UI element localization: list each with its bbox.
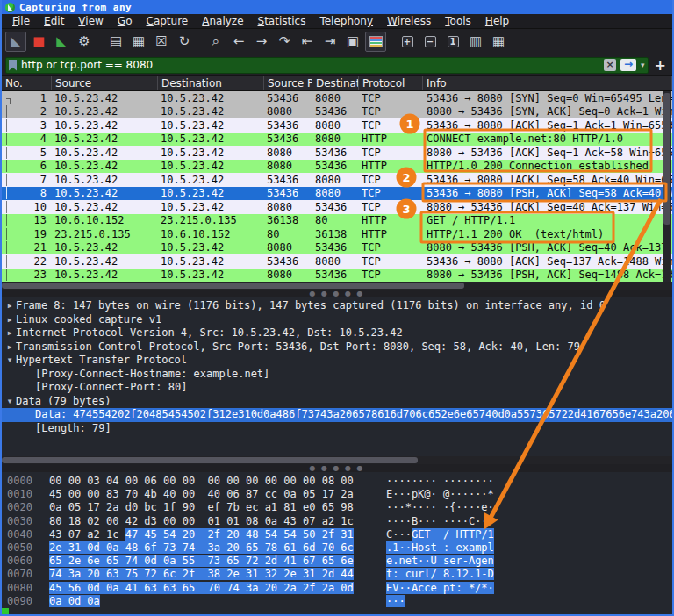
menu-capture[interactable]: Capture — [139, 14, 195, 28]
packet-row-8[interactable]: 810.5.23.4210.5.23.42534368080TCP53436 →… — [2, 187, 672, 201]
packet-row-7[interactable]: 710.5.23.4210.5.23.42534368080TCP53436 →… — [2, 173, 672, 187]
packet-row-4[interactable]: 410.5.23.4210.5.23.42534368080HTTPCONNEC… — [2, 133, 672, 147]
detail-line[interactable]: ▸Internet Protocol Version 4, Src: 10.5.… — [2, 326, 672, 340]
packet-row-21[interactable]: 2110.5.23.4210.5.23.42808053436TCP8080 →… — [2, 241, 672, 255]
zoom-out-button[interactable]: − — [419, 32, 441, 52]
hex-row-0030[interactable]: 003080 18 02 00 42 d3 00 00 01 01 08 0a … — [2, 515, 672, 528]
packet-row-6[interactable]: 610.5.23.4210.5.23.42808053436HTTPHTTP/1… — [2, 160, 672, 174]
hex-ascii: E···pK@· @······* — [386, 488, 494, 501]
packet-row-13[interactable]: 1310.6.10.15223.215.0.1353613880HTTPGET … — [2, 214, 672, 228]
menu-tools[interactable]: Tools — [438, 14, 478, 28]
display-filter-input[interactable]: http or tcp.port == 8080 × → ▾ — [5, 57, 649, 74]
hex-row-0060[interactable]: 006065 2e 6e 65 74 0d 0a 55 73 65 72 2d … — [2, 555, 672, 568]
hex-row-0020[interactable]: 00200a 05 17 2a d0 bc 1f 90 ef 7b ec a1 … — [2, 501, 672, 514]
expander-arrow[interactable]: ▾ — [4, 395, 16, 409]
go-first-packet-button[interactable]: ⇤ — [297, 32, 318, 52]
cell-source: 10.5.23.42 — [52, 133, 158, 145]
expander-arrow[interactable]: ▾ — [4, 354, 16, 368]
go-last-packet-button[interactable]: ⇥ — [319, 32, 341, 52]
menu-view[interactable]: View — [71, 14, 110, 28]
hex-bytes: 65 2e 6e 65 74 0d 0a 55 73 65 72 2d 41 6… — [49, 555, 358, 568]
expander-arrow[interactable]: ▸ — [4, 313, 16, 327]
detail-line[interactable]: ▸Frame 8: 147 bytes on wire (1176 bits),… — [2, 299, 672, 313]
start-capture-icon: ◣ — [11, 35, 21, 48]
reset-layout-button[interactable]: ▦ — [488, 32, 509, 52]
detail-line[interactable]: [Length: 79] — [2, 422, 672, 436]
packet-row-2[interactable]: 210.5.23.4210.5.23.42808053436TCP8080 → … — [2, 105, 672, 119]
capture-options-button[interactable]: ⚙ — [74, 32, 95, 52]
save-file-button[interactable]: ▦ — [128, 32, 149, 52]
zoom-100-button[interactable]: 1 — [442, 32, 463, 52]
menu-go[interactable]: Go — [111, 14, 140, 28]
apply-filter-button[interactable]: → — [620, 59, 636, 71]
menu-telephony[interactable]: Telephony — [312, 14, 380, 28]
detail-line[interactable]: ▾Hypertext Transfer Protocol — [2, 354, 672, 368]
resize-corner[interactable] — [2, 608, 9, 614]
packet-list-header[interactable]: No.SourceDestinationSource PoDestinatiPr… — [2, 76, 672, 91]
packet-row-3[interactable]: 310.5.23.4210.5.23.42534368080TCP53436 →… — [2, 118, 672, 133]
column-header-destinati[interactable]: Destinati — [312, 76, 359, 90]
packet-list-vertical-scrollbar[interactable] — [663, 91, 671, 282]
packet-row-22[interactable]: 2210.5.23.4210.5.23.42534368080TCP53436 … — [2, 254, 672, 269]
go-forward-button[interactable]: → — [251, 32, 272, 52]
colorize-packets-button[interactable] — [365, 32, 386, 52]
menu-edit[interactable]: Edit — [37, 14, 71, 28]
find-packet-button[interactable]: ⌕ — [205, 32, 226, 52]
start-capture-button[interactable]: ◣ — [5, 32, 26, 52]
open-file-button[interactable]: ▤ — [105, 32, 126, 52]
expander-arrow[interactable]: ▸ — [4, 299, 16, 313]
reload-file-icon: ↻ — [179, 35, 190, 48]
reload-file-button[interactable]: ↻ — [174, 32, 195, 52]
expander-arrow[interactable]: ▸ — [4, 326, 16, 340]
detail-line[interactable]: ▾Data (79 bytes) — [2, 395, 672, 409]
go-back-button[interactable]: ← — [228, 32, 249, 52]
packet-row-5[interactable]: 510.5.23.4210.5.23.42808053436TCP8080 → … — [2, 146, 672, 160]
filter-dropdown-icon[interactable]: ▾ — [641, 61, 645, 69]
packet-row-19[interactable]: 1923.215.0.13510.6.10.1528036138HTTPHTTP… — [2, 227, 672, 241]
stop-capture-button[interactable]: ■ — [28, 32, 49, 52]
hex-row-0010[interactable]: 001045 00 00 83 70 4b 40 00 40 06 87 cc … — [2, 488, 672, 501]
hex-row-0000[interactable]: 000000 00 03 04 00 06 00 00 00 00 00 00 … — [2, 475, 672, 488]
packet-row-1[interactable]: 110.5.23.4210.5.23.42534368080TCP53436 →… — [2, 91, 672, 105]
column-header-source[interactable]: Source — [52, 76, 158, 90]
detail-line[interactable]: ▸Linux cooked capture v1 — [2, 313, 672, 327]
packet-list-horizontal-scrollbar[interactable] — [2, 282, 672, 290]
menu-file[interactable]: File — [5, 14, 37, 28]
close-file-button[interactable]: ☒ — [151, 32, 172, 52]
hex-row-0070[interactable]: 007074 3a 20 63 75 72 6c 2f 38 2e 31 32 … — [2, 568, 672, 581]
add-filter-button[interactable]: + — [652, 57, 669, 74]
cell-info: 8080 → 53436 [PSH, ACK] Seq=1488 Ack=13 — [423, 269, 672, 281]
hex-row-0040[interactable]: 004043 07 a2 1c 47 45 54 20 2f 20 48 54 … — [2, 528, 672, 541]
detail-line[interactable]: Data: 474554202f20485454502f312e310d0a48… — [2, 408, 672, 422]
menu-help[interactable]: Help — [478, 14, 516, 28]
column-header-protocol[interactable]: Protocol — [359, 76, 423, 90]
hex-row-0050[interactable]: 00502e 31 0d 0a 48 6f 73 74 3a 20 65 78 … — [2, 541, 672, 555]
filter-bookmark-icon[interactable] — [9, 60, 17, 71]
clear-filter-button[interactable]: × — [604, 59, 616, 71]
packet-row-23[interactable]: 2310.5.23.4210.5.23.42808053436TCP8080 →… — [2, 269, 672, 283]
menu-analyze[interactable]: Analyze — [195, 14, 250, 28]
packet-row-10[interactable]: 1010.5.23.4210.5.23.42808053436TCP8080 →… — [2, 200, 672, 214]
go-to-packet-button[interactable]: ↷ — [274, 32, 295, 52]
expander-arrow[interactable]: ▸ — [4, 340, 16, 355]
cell-dst_port: 53436 — [312, 147, 359, 159]
column-header-sourcepo[interactable]: Source Po — [264, 76, 312, 90]
auto-scroll-button[interactable]: ▣ — [342, 32, 363, 52]
pane-splitter-top[interactable]: ● ● ● ● ● — [2, 290, 672, 297]
resize-columns-button[interactable]: ▥ — [465, 32, 486, 52]
hex-row-0080[interactable]: 008045 56 0d 0a 41 63 63 65 70 74 3a 20 … — [2, 582, 672, 595]
detail-line[interactable]: [Proxy-Connect-Hostname: example.net] — [2, 368, 672, 382]
column-header-destination[interactable]: Destination — [158, 76, 264, 90]
column-header-info[interactable]: Info — [423, 76, 672, 90]
details-horizontal-scrollbar[interactable] — [2, 456, 672, 464]
pane-splitter-bottom[interactable]: ● ● ● ● ● — [2, 464, 672, 472]
zoom-in-button[interactable]: + — [397, 32, 418, 52]
hex-row-0090[interactable]: 00900a 0d 0a··· — [2, 595, 672, 608]
title-bar[interactable]: Capturing from any — [2, 0, 672, 14]
menu-wireless[interactable]: Wireless — [380, 14, 438, 28]
restart-capture-button[interactable]: ◣ — [51, 32, 72, 52]
column-header-no[interactable]: No. — [2, 76, 52, 90]
detail-line[interactable]: ▸Transmission Control Protocol, Src Port… — [2, 340, 672, 355]
menu-statistics[interactable]: Statistics — [251, 14, 313, 28]
detail-line[interactable]: [Proxy-Connect-Port: 80] — [2, 381, 672, 395]
